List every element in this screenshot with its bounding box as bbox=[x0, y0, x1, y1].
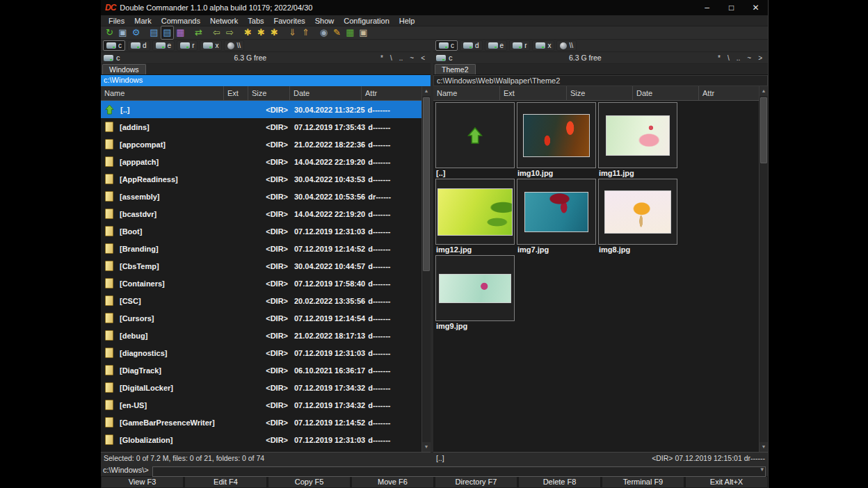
column-attr[interactable]: Attr bbox=[362, 86, 421, 100]
menu-help[interactable]: Help bbox=[394, 15, 420, 26]
drive-button-c[interactable]: c bbox=[435, 40, 458, 51]
scroll-thumb[interactable] bbox=[423, 97, 430, 271]
file-row[interactable]: [en-US]<DIR>07.12.2019 17:34:32d------- bbox=[101, 396, 421, 414]
file-row[interactable]: [apppatch]<DIR>14.04.2022 22:19:20d-----… bbox=[101, 153, 421, 170]
minimize-button[interactable]: – bbox=[695, 0, 719, 15]
column-size[interactable]: Size bbox=[248, 86, 290, 100]
sync-dirs-icon[interactable]: ▦ bbox=[344, 26, 357, 39]
thumbnail-item[interactable]: img7.jpg bbox=[517, 179, 598, 255]
history-back-button[interactable]: < bbox=[421, 54, 425, 62]
thumbnail-item[interactable]: img12.jpg bbox=[435, 179, 517, 255]
chevron-down-icon[interactable]: ▾ bbox=[760, 464, 764, 475]
file-row[interactable]: [DiagTrack]<DIR>06.10.2021 16:36:17d----… bbox=[101, 361, 421, 379]
menu-show[interactable]: Show bbox=[310, 15, 339, 26]
root-button[interactable]: \ bbox=[390, 54, 392, 62]
file-row[interactable]: [DigitalLocker]<DIR>07.12.2019 17:34:32d… bbox=[101, 379, 421, 396]
column-size[interactable]: Size bbox=[567, 86, 633, 100]
drive-button-d[interactable]: d bbox=[460, 40, 483, 51]
thumbnails-view-icon[interactable]: ▦ bbox=[174, 26, 187, 39]
remove-bookmark-icon[interactable]: ✱ bbox=[255, 26, 268, 39]
file-row[interactable]: [AppReadiness]<DIR>30.04.2022 10:43:53d-… bbox=[101, 170, 421, 188]
edit-bookmark-icon[interactable]: ✱ bbox=[268, 26, 281, 39]
drive-button-x[interactable]: x bbox=[532, 40, 554, 51]
scroll-down-icon[interactable]: ▼ bbox=[760, 442, 768, 452]
column-ext[interactable]: Ext bbox=[224, 86, 248, 100]
home-button[interactable]: ~ bbox=[410, 54, 414, 62]
checksum-icon[interactable]: ✎ bbox=[330, 26, 344, 39]
menu-tabs[interactable]: Tabs bbox=[243, 15, 268, 26]
scroll-up-icon[interactable]: ▲ bbox=[760, 86, 768, 96]
file-row[interactable]: [GameBarPresenceWriter]<DIR>07.12.2019 1… bbox=[101, 414, 421, 431]
file-row[interactable]: [Boot]<DIR>07.12.2019 12:31:03d------- bbox=[101, 222, 421, 240]
file-row[interactable]: [CbsTemp]<DIR>30.04.2022 10:44:57d------… bbox=[101, 257, 421, 275]
column-date[interactable]: Date bbox=[290, 86, 362, 100]
history-forward-button[interactable]: > bbox=[758, 54, 762, 62]
menu-mark[interactable]: Mark bbox=[129, 15, 156, 26]
column-date[interactable]: Date bbox=[633, 86, 699, 100]
thumbnail-item[interactable]: img10.jpg bbox=[517, 102, 598, 179]
scroll-up-icon[interactable]: ▲ bbox=[422, 86, 431, 96]
tab-windows[interactable]: Windows bbox=[102, 64, 146, 74]
parent-button[interactable]: .. bbox=[399, 54, 403, 62]
view-f3-button[interactable]: View F3 bbox=[101, 476, 184, 488]
menu-files[interactable]: Files bbox=[104, 15, 129, 26]
file-row[interactable]: [Branding]<DIR>07.12.2019 12:14:52d-----… bbox=[101, 240, 421, 257]
left-scrollbar[interactable]: ▲ ▼ bbox=[421, 86, 431, 452]
file-row[interactable]: [Containers]<DIR>07.12.2019 17:58:40d---… bbox=[101, 275, 421, 292]
file-row[interactable]: [..] <DIR>30.04.2022 11:32:25d------- bbox=[101, 101, 421, 118]
scroll-thumb[interactable] bbox=[760, 97, 767, 163]
root-all-button[interactable]: * bbox=[380, 54, 383, 62]
network-button[interactable]: \\ bbox=[224, 40, 244, 51]
search-icon[interactable]: ◉ bbox=[317, 26, 330, 39]
directory-f7-button[interactable]: Directory F7 bbox=[435, 476, 517, 488]
copy-f5-button[interactable]: Copy F5 bbox=[268, 476, 351, 488]
drive-button-e[interactable]: e bbox=[152, 40, 175, 51]
drive-button-c[interactable]: c bbox=[103, 40, 125, 51]
close-button[interactable]: ✕ bbox=[744, 0, 768, 15]
file-row[interactable]: [Cursors]<DIR>07.12.2019 12:14:54d------… bbox=[101, 309, 421, 327]
terminal-icon[interactable]: ▣ bbox=[116, 26, 129, 39]
column-attr[interactable]: Attr bbox=[699, 86, 759, 100]
file-row[interactable]: [CSC]<DIR>20.02.2022 13:35:56d------- bbox=[101, 292, 421, 309]
exit-altx-button[interactable]: Exit Alt+X bbox=[685, 476, 768, 488]
file-row[interactable]: [Globalization]<DIR>07.12.2019 12:31:03d… bbox=[101, 431, 421, 448]
file-row[interactable]: [debug]<DIR>21.02.2022 18:17:13d------- bbox=[101, 327, 421, 344]
refresh-icon[interactable]: ↻ bbox=[103, 26, 116, 39]
scroll-down-icon[interactable]: ▼ bbox=[422, 442, 431, 452]
drive-button-r[interactable]: r bbox=[509, 40, 530, 51]
thumbnail-item[interactable]: img8.jpg bbox=[598, 179, 680, 255]
full-view-icon[interactable]: ▤ bbox=[161, 26, 174, 40]
root-button[interactable]: \ bbox=[728, 54, 730, 62]
drive-button-e[interactable]: e bbox=[485, 40, 508, 51]
network-button[interactable]: \\ bbox=[556, 40, 577, 51]
menu-configuration[interactable]: Configuration bbox=[339, 15, 394, 26]
add-bookmark-icon[interactable]: ✱ bbox=[241, 26, 255, 39]
command-input[interactable] bbox=[152, 466, 766, 477]
tab-theme2[interactable]: Theme2 bbox=[435, 64, 476, 74]
swap-panels-icon[interactable]: ⇄ bbox=[192, 26, 205, 39]
column-name[interactable]: Name bbox=[433, 86, 500, 100]
drive-button-d[interactable]: d bbox=[127, 40, 150, 51]
file-row[interactable]: [assembly]<DIR>30.04.2022 10:53:56dr----… bbox=[101, 188, 421, 205]
thumbnail-item[interactable]: img9.jpg bbox=[435, 255, 517, 332]
options-icon[interactable]: ⚙ bbox=[129, 26, 143, 39]
parent-button[interactable]: .. bbox=[737, 54, 741, 62]
edit-f4-button[interactable]: Edit F4 bbox=[184, 476, 267, 488]
thumbnail-item[interactable]: [..] bbox=[435, 102, 517, 179]
drive-button-x[interactable]: x bbox=[200, 40, 222, 51]
column-name[interactable]: Name bbox=[101, 86, 224, 100]
copy-names-icon[interactable]: ▣ bbox=[357, 26, 370, 39]
next-dir-icon[interactable]: ⇨ bbox=[223, 26, 236, 39]
file-row[interactable]: [addins]<DIR>07.12.2019 17:35:43d------- bbox=[101, 118, 421, 136]
move-f6-button[interactable]: Move F6 bbox=[351, 476, 434, 488]
root-all-button[interactable]: * bbox=[718, 54, 721, 62]
menu-network[interactable]: Network bbox=[205, 15, 243, 26]
right-path-bar[interactable]: c:\Windows\Web\Wallpaper\Theme2 bbox=[433, 75, 768, 86]
unpack-icon[interactable]: ⇑ bbox=[299, 26, 312, 39]
prev-dir-icon[interactable]: ⇦ bbox=[210, 26, 223, 39]
file-row[interactable]: [appcompat]<DIR>21.02.2022 18:22:36d----… bbox=[101, 136, 421, 153]
right-scrollbar[interactable]: ▲ ▼ bbox=[759, 86, 768, 452]
column-ext[interactable]: Ext bbox=[500, 86, 567, 100]
delete-f8-button[interactable]: Delete F8 bbox=[518, 476, 601, 488]
pack-icon[interactable]: ⇓ bbox=[286, 26, 299, 39]
